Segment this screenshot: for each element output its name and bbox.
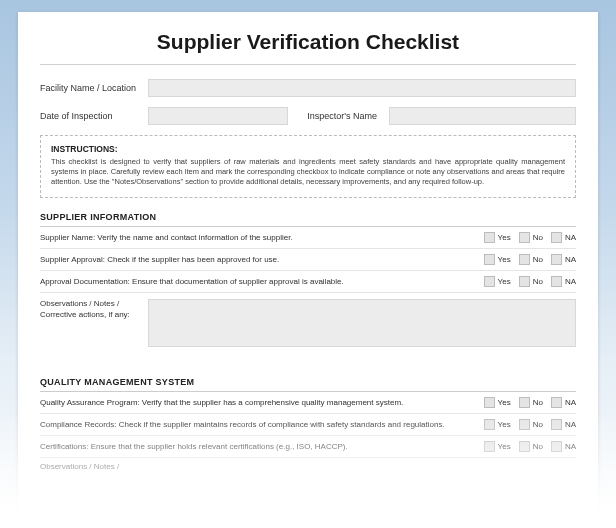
section-title-supplier-info: SUPPLIER INFORMATION xyxy=(40,212,576,227)
opt-no-label: No xyxy=(533,398,543,407)
opt-no-label: No xyxy=(533,442,543,451)
instructions-box: INSTRUCTIONS: This checklist is designed… xyxy=(40,135,576,198)
title-divider xyxy=(40,64,576,65)
opt-yes-label: Yes xyxy=(498,442,511,451)
checkbox-na[interactable] xyxy=(551,441,562,452)
notes-row: Observations / Notes / Corrective action… xyxy=(40,293,576,359)
opt-yes-label: Yes xyxy=(498,398,511,407)
item-text: Certifications: Ensure that the supplier… xyxy=(40,442,484,452)
checkbox-na[interactable] xyxy=(551,232,562,243)
facility-label: Facility Name / Location xyxy=(40,83,140,93)
opt-yes-label: Yes xyxy=(498,420,511,429)
instructions-heading: INSTRUCTIONS: xyxy=(51,144,565,154)
checkbox-no[interactable] xyxy=(519,397,530,408)
opt-na-label: NA xyxy=(565,398,576,407)
checklist-item: Quality Assurance Program: Verify that t… xyxy=(40,392,576,414)
checkbox-yes[interactable] xyxy=(484,232,495,243)
checkbox-yes[interactable] xyxy=(484,276,495,287)
option-group: Yes No NA xyxy=(484,419,576,430)
option-group: Yes No NA xyxy=(484,441,576,452)
opt-no-label: No xyxy=(533,255,543,264)
checklist-item: Supplier Name: Verify the name and conta… xyxy=(40,227,576,249)
section-title-qms: QUALITY MANAGEMENT SYSTEM xyxy=(40,377,576,392)
item-text: Supplier Approval: Check if the supplier… xyxy=(40,255,484,265)
item-text: Approval Documentation: Ensure that docu… xyxy=(40,277,484,287)
checklist-item: Compliance Records: Check if the supplie… xyxy=(40,414,576,436)
opt-yes-label: Yes xyxy=(498,233,511,242)
notes-input[interactable] xyxy=(148,299,576,347)
checkbox-no[interactable] xyxy=(519,254,530,265)
checklist-item: Approval Documentation: Ensure that docu… xyxy=(40,271,576,293)
item-text: Compliance Records: Check if the supplie… xyxy=(40,420,484,430)
checklist-item: Certifications: Ensure that the supplier… xyxy=(40,436,576,458)
notes-row: Observations / Notes / xyxy=(40,458,576,484)
checkbox-no[interactable] xyxy=(519,276,530,287)
inspector-input[interactable] xyxy=(389,107,576,125)
checkbox-yes[interactable] xyxy=(484,441,495,452)
facility-input[interactable] xyxy=(148,79,576,97)
checklist-item: Supplier Approval: Check if the supplier… xyxy=(40,249,576,271)
checkbox-yes[interactable] xyxy=(484,419,495,430)
checkbox-no[interactable] xyxy=(519,441,530,452)
date-inspector-row: Date of Inspection Inspector's Name xyxy=(40,107,576,125)
date-input[interactable] xyxy=(148,107,288,125)
opt-no-label: No xyxy=(533,277,543,286)
option-group: Yes No NA xyxy=(484,397,576,408)
checkbox-no[interactable] xyxy=(519,419,530,430)
checkbox-na[interactable] xyxy=(551,276,562,287)
option-group: Yes No NA xyxy=(484,254,576,265)
checkbox-no[interactable] xyxy=(519,232,530,243)
instructions-body: This checklist is designed to verify tha… xyxy=(51,157,565,187)
item-text: Supplier Name: Verify the name and conta… xyxy=(40,233,484,243)
option-group: Yes No NA xyxy=(484,232,576,243)
date-label: Date of Inspection xyxy=(40,111,140,121)
notes-label: Observations / Notes / Corrective action… xyxy=(40,299,140,347)
checkbox-na[interactable] xyxy=(551,254,562,265)
checkbox-yes[interactable] xyxy=(484,397,495,408)
opt-yes-label: Yes xyxy=(498,255,511,264)
opt-na-label: NA xyxy=(565,442,576,451)
page-title: Supplier Verification Checklist xyxy=(40,30,576,54)
notes-label-truncated: Observations / Notes / xyxy=(40,462,140,472)
opt-na-label: NA xyxy=(565,255,576,264)
checkbox-na[interactable] xyxy=(551,419,562,430)
option-group: Yes No NA xyxy=(484,276,576,287)
checkbox-yes[interactable] xyxy=(484,254,495,265)
opt-na-label: NA xyxy=(565,277,576,286)
opt-na-label: NA xyxy=(565,233,576,242)
opt-yes-label: Yes xyxy=(498,277,511,286)
item-text: Quality Assurance Program: Verify that t… xyxy=(40,398,484,408)
opt-no-label: No xyxy=(533,420,543,429)
opt-no-label: No xyxy=(533,233,543,242)
checkbox-na[interactable] xyxy=(551,397,562,408)
inspector-label: Inspector's Name xyxy=(296,111,381,121)
facility-row: Facility Name / Location xyxy=(40,79,576,97)
document-page: Supplier Verification Checklist Facility… xyxy=(18,12,598,528)
opt-na-label: NA xyxy=(565,420,576,429)
